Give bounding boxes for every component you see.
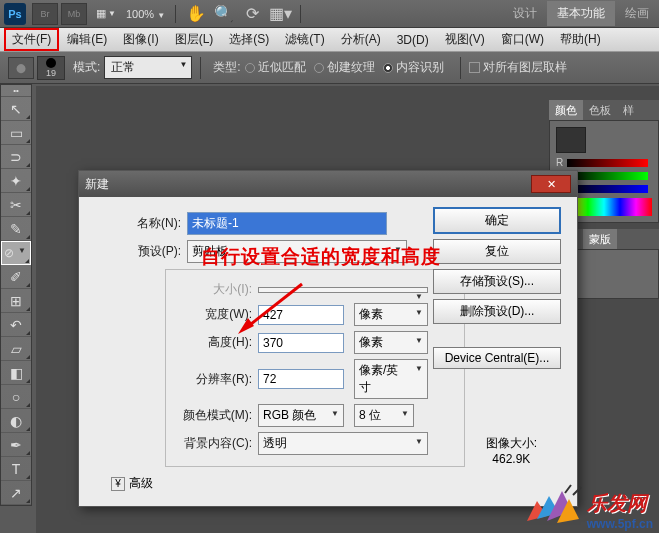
app-icon: Ps — [4, 3, 26, 25]
annotation-arrow-icon — [232, 276, 312, 346]
extras-dropdown[interactable]: ▦▾ — [268, 3, 292, 25]
toolbox: •• ↖ ▭ ⊃ ✦ ✂ ✎ ⊘ ✐ ⊞ ↶ ▱ ◧ ○ ◐ ✒ T ↗ — [0, 84, 32, 506]
mode-select[interactable]: 正常 — [104, 56, 192, 79]
menu-help[interactable]: 帮助(H) — [552, 28, 609, 51]
zoom-tool-icon[interactable]: 🔍 — [212, 3, 236, 25]
brush-preview[interactable]: 19 — [37, 56, 65, 80]
brush-tool[interactable]: ✐ — [1, 265, 31, 289]
watermark-bull-icon — [517, 481, 587, 531]
watermark-url: www.5pf.cn — [587, 517, 653, 531]
colordepth-select[interactable]: 8 位 — [354, 404, 414, 427]
ok-button[interactable]: 确定 — [433, 207, 561, 234]
tab-color[interactable]: 颜色 — [549, 100, 583, 120]
height-unit-select[interactable]: 像素 — [354, 331, 428, 354]
options-bar: ⬤ 19 模式: 正常 类型: 近似匹配 创建纹理 内容识别 对所有图层取样 — [0, 52, 659, 84]
workspace-essentials[interactable]: 基本功能 — [547, 1, 615, 26]
device-central-button[interactable]: Device Central(E)... — [433, 347, 561, 369]
bridge-button[interactable]: Br — [32, 3, 58, 25]
save-preset-button[interactable]: 存储预设(S)... — [433, 269, 561, 294]
radio-proximity[interactable]: 近似匹配 — [245, 59, 306, 76]
menu-select[interactable]: 选择(S) — [221, 28, 277, 51]
r-slider[interactable] — [567, 159, 648, 167]
move-tool[interactable]: ↖ — [1, 97, 31, 121]
zoom-level[interactable]: 100% ▼ — [126, 8, 165, 20]
b-slider[interactable] — [567, 185, 648, 193]
tab-styles[interactable]: 样 — [617, 100, 640, 120]
rotate-view-icon[interactable]: ⟳ — [240, 3, 264, 25]
lasso-tool[interactable]: ⊃ — [1, 145, 31, 169]
menu-filter[interactable]: 滤镜(T) — [277, 28, 332, 51]
hand-tool-icon[interactable]: ✋ — [184, 3, 208, 25]
bg-label: 背景内容(C): — [176, 435, 252, 452]
app-toolbar: Ps Br Mb ▦▼ 100% ▼ ✋ 🔍 ⟳ ▦▾ 设计 基本功能 绘画 — [0, 0, 659, 28]
toolbox-handle[interactable]: •• — [1, 85, 31, 97]
resolution-input[interactable]: 72 — [258, 369, 344, 389]
tool-preset-icon[interactable]: ⬤ — [8, 57, 34, 79]
eraser-tool[interactable]: ▱ — [1, 337, 31, 361]
fg-bg-swatch[interactable] — [556, 127, 586, 153]
menu-3d[interactable]: 3D(D) — [389, 30, 437, 50]
mb-button[interactable]: Mb — [61, 3, 87, 25]
menu-image[interactable]: 图像(I) — [115, 28, 166, 51]
menu-analysis[interactable]: 分析(A) — [333, 28, 389, 51]
marquee-tool[interactable]: ▭ — [1, 121, 31, 145]
workspace-painting[interactable]: 绘画 — [615, 1, 659, 26]
width-unit-select[interactable]: 像素 — [354, 303, 428, 326]
advanced-toggle[interactable]: ¥高级 — [111, 475, 565, 492]
pen-tool[interactable]: ✒ — [1, 433, 31, 457]
watermark: 乐发网 www.5pf.cn — [517, 481, 653, 531]
r-label: R — [556, 157, 563, 168]
colormode-select[interactable]: RGB 颜色 — [258, 404, 344, 427]
imagesize-value: 462.9K — [486, 452, 537, 466]
new-document-dialog: 新建 ✕ 确定 复位 存储预设(S)... 删除预设(D)... Device … — [78, 170, 578, 507]
annotation-text: 自行设置合适的宽度和高度 — [201, 244, 441, 270]
preset-label: 预设(P): — [91, 243, 181, 260]
svg-marker-1 — [238, 318, 254, 334]
gradient-tool[interactable]: ◧ — [1, 361, 31, 385]
menu-edit[interactable]: 编辑(E) — [59, 28, 115, 51]
g-slider[interactable] — [568, 172, 648, 180]
tab-masks[interactable]: 蒙版 — [583, 229, 617, 249]
tab-swatches[interactable]: 色板 — [583, 100, 617, 120]
heal-tool[interactable]: ⊘ — [1, 241, 31, 265]
dialog-title: 新建 — [85, 176, 109, 193]
radio-texture[interactable]: 创建纹理 — [314, 59, 375, 76]
type-label: 类型: — [213, 59, 240, 76]
watermark-text: 乐发网 — [587, 490, 653, 517]
crop-tool[interactable]: ✂ — [1, 193, 31, 217]
svg-line-0 — [246, 284, 302, 328]
workspace-design[interactable]: 设计 — [503, 1, 547, 26]
blur-tool[interactable]: ○ — [1, 385, 31, 409]
menu-view[interactable]: 视图(V) — [437, 28, 493, 51]
menu-layer[interactable]: 图层(L) — [167, 28, 222, 51]
delete-preset-button[interactable]: 删除预设(D)... — [433, 299, 561, 324]
dodge-tool[interactable]: ◐ — [1, 409, 31, 433]
resolution-unit-select[interactable]: 像素/英寸 — [354, 359, 428, 399]
type-tool[interactable]: T — [1, 457, 31, 481]
resolution-label: 分辨率(R): — [176, 371, 252, 388]
eyedropper-tool[interactable]: ✎ — [1, 217, 31, 241]
stamp-tool[interactable]: ⊞ — [1, 289, 31, 313]
wand-tool[interactable]: ✦ — [1, 169, 31, 193]
menu-window[interactable]: 窗口(W) — [493, 28, 552, 51]
arrange-dropdown[interactable]: ▦▼ — [96, 7, 116, 20]
name-input[interactable]: 未标题-1 — [187, 212, 387, 235]
imagesize-label: 图像大小: — [486, 435, 537, 452]
colormode-label: 颜色模式(M): — [176, 407, 252, 424]
name-label: 名称(N): — [91, 215, 181, 232]
radio-content-aware[interactable]: 内容识别 — [383, 59, 444, 76]
path-tool[interactable]: ↗ — [1, 481, 31, 505]
reset-button[interactable]: 复位 — [433, 239, 561, 264]
history-brush-tool[interactable]: ↶ — [1, 313, 31, 337]
chk-all-layers[interactable]: 对所有图层取样 — [469, 59, 567, 76]
bg-select[interactable]: 透明 — [258, 432, 428, 455]
menu-bar: 文件(F) 编辑(E) 图像(I) 图层(L) 选择(S) 滤镜(T) 分析(A… — [0, 28, 659, 52]
mode-label: 模式: — [73, 59, 100, 76]
close-button[interactable]: ✕ — [531, 175, 571, 193]
dialog-titlebar[interactable]: 新建 ✕ — [79, 171, 577, 197]
menu-file[interactable]: 文件(F) — [4, 28, 59, 51]
